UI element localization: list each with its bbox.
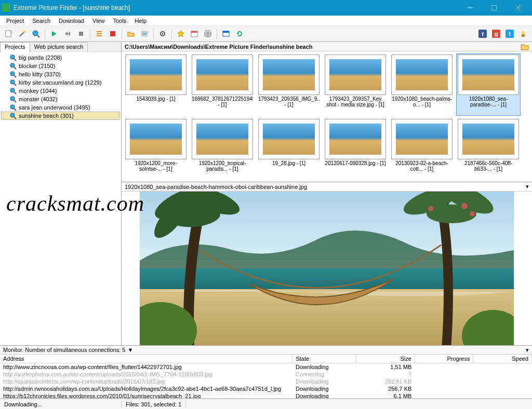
play-icon[interactable] bbox=[48, 28, 60, 40]
google-icon[interactable]: g bbox=[490, 28, 502, 40]
menu-project[interactable]: Project bbox=[2, 17, 28, 25]
svg-rect-19 bbox=[143, 33, 146, 35]
thumbnail[interactable]: 169682_378126712251949... - [1] bbox=[190, 53, 255, 116]
col-speed[interactable]: Speed bbox=[473, 355, 532, 363]
col-progress[interactable]: Progress bbox=[415, 355, 473, 363]
project-item[interactable]: monster (4032) bbox=[1, 95, 120, 103]
preview-pane[interactable] bbox=[122, 192, 532, 345]
download-table[interactable]: Address State Size Progress Speed http:/… bbox=[0, 355, 532, 399]
menu-tools[interactable]: Tools bbox=[109, 17, 131, 25]
thumbnail[interactable]: 19_28.jpg - [1] bbox=[257, 118, 321, 180]
thumbnail[interactable]: 1793423_209356_IMG_9... - [1] bbox=[257, 53, 321, 116]
thumb-frame bbox=[391, 54, 453, 95]
window-title: Extreme Picture Finder - [sunshine beach… bbox=[14, 4, 458, 11]
svg-line-44 bbox=[14, 75, 16, 77]
thumb-image bbox=[130, 124, 182, 155]
stop-icon[interactable] bbox=[75, 28, 87, 40]
thumbnail[interactable]: 1543039.jpg - [1] bbox=[124, 53, 188, 116]
main-area: Projects Web picture search big panda (2… bbox=[0, 42, 532, 345]
rewind-icon[interactable] bbox=[61, 28, 74, 40]
thumb-frame bbox=[458, 119, 519, 159]
dl-state: Downloading bbox=[292, 378, 356, 385]
tab-web-search[interactable]: Web picture search bbox=[30, 42, 88, 52]
dl-progress bbox=[415, 385, 473, 392]
svg-rect-1 bbox=[491, 5, 497, 10]
dl-state: Downloading bbox=[292, 385, 356, 392]
col-size[interactable]: Size bbox=[356, 355, 415, 363]
thumbnail[interactable]: 1920x1200_tropical-paradis... - [1] bbox=[190, 118, 255, 180]
project-tree[interactable]: big panda (2208)blocker (2150)hello kitt… bbox=[0, 52, 121, 345]
svg-line-9 bbox=[37, 35, 39, 37]
dl-speed bbox=[473, 385, 532, 392]
project-item[interactable]: blocker (2150) bbox=[1, 62, 120, 70]
dl-progress bbox=[415, 371, 473, 378]
star-icon[interactable] bbox=[175, 28, 187, 40]
project-item[interactable]: hello kitty (3370) bbox=[1, 70, 120, 78]
separator bbox=[153, 29, 154, 39]
gear-icon[interactable] bbox=[156, 28, 169, 40]
menu-view[interactable]: View bbox=[88, 17, 109, 25]
maximize-button[interactable] bbox=[482, 0, 506, 16]
left-tabs: Projects Web picture search bbox=[0, 42, 121, 52]
twitter-icon[interactable]: t bbox=[503, 28, 516, 40]
menu-search[interactable]: Search bbox=[28, 17, 55, 25]
thumb-image bbox=[263, 59, 315, 90]
magic-wand-icon[interactable] bbox=[16, 28, 29, 40]
thumb-image bbox=[130, 59, 182, 90]
thumb-frame bbox=[458, 54, 519, 95]
thumbnail[interactable]: 1920x1080_sea-paradise-... - [1] bbox=[456, 53, 521, 116]
svg-rect-16 bbox=[97, 35, 102, 36]
menu-help[interactable]: Help bbox=[130, 17, 151, 25]
svg-rect-38 bbox=[522, 34, 525, 37]
dl-speed bbox=[473, 371, 532, 378]
slideshow-icon[interactable] bbox=[138, 28, 151, 40]
project-item[interactable]: kirby site:vacuumland.org (1229) bbox=[1, 78, 120, 87]
close-button[interactable] bbox=[506, 0, 530, 16]
project-item[interactable]: sara jean underwood (3495) bbox=[1, 103, 120, 112]
project-item[interactable]: sunshine beach (301) bbox=[1, 112, 120, 120]
dl-addr: http://sparksarchitects.com/wp-content/u… bbox=[0, 378, 292, 385]
folder-open-icon[interactable] bbox=[125, 28, 137, 40]
preview-name-bar: 1920x1080_sea-paradise-beach-hammock-obo… bbox=[122, 182, 532, 192]
svg-line-42 bbox=[14, 67, 16, 69]
list-icon[interactable] bbox=[93, 28, 105, 40]
project-item[interactable]: big panda (2208) bbox=[1, 53, 120, 62]
thumbnail[interactable]: 1920x1200_more-solntse-... - [1] bbox=[124, 118, 188, 180]
edit-icon[interactable] bbox=[3, 28, 15, 40]
col-state[interactable]: State bbox=[292, 355, 356, 363]
download-row[interactable]: http://surferphotos.com.au/wp-content/up… bbox=[0, 371, 532, 378]
menu-download[interactable]: Download bbox=[55, 17, 88, 25]
minimize-button[interactable] bbox=[458, 0, 482, 16]
thumbnail[interactable]: 1793423_209357_Key shot - media size.jpg… bbox=[323, 53, 388, 116]
col-address[interactable]: Address bbox=[0, 355, 292, 363]
vote-icon[interactable] bbox=[517, 28, 529, 40]
tab-projects[interactable]: Projects bbox=[0, 42, 30, 52]
folder-icon[interactable] bbox=[521, 43, 529, 50]
svg-point-53 bbox=[10, 113, 15, 117]
target-icon[interactable] bbox=[202, 28, 214, 40]
calendar-icon[interactable] bbox=[188, 28, 201, 40]
thumbnail[interactable]: 20120617-090328.jpg - [1] bbox=[323, 118, 388, 180]
chevron-down-icon[interactable]: ▾ bbox=[526, 347, 529, 353]
thumbnail[interactable]: 2187466c-560c-40ff-b633-... - [1] bbox=[456, 118, 521, 180]
download-row[interactable]: http://sparksarchitects.com/wp-content/u… bbox=[0, 378, 532, 385]
search-web-icon[interactable] bbox=[30, 28, 42, 40]
download-row[interactable]: http://www.zincnoosa.com.au/wp-content/f… bbox=[0, 363, 532, 371]
facebook-icon[interactable]: f bbox=[476, 28, 489, 40]
window-icon[interactable] bbox=[220, 28, 232, 40]
download-row[interactable]: http://admin.rwnoosaholidays.com.au/Uplo… bbox=[0, 385, 532, 392]
thumbnail[interactable]: 20130923-02-a-beach-cott... - [1] bbox=[390, 118, 454, 180]
download-row[interactable]: https://b12chronicles.files.wordpress.co… bbox=[0, 392, 532, 399]
chevron-down-icon[interactable]: ▾ bbox=[526, 183, 529, 190]
thumbnail-grid[interactable]: 1543039.jpg - [1]169682_378126712251949.… bbox=[122, 51, 532, 182]
dl-size: 1,51 MB bbox=[356, 363, 415, 371]
folder-path: C:\Users\Максим\Downloads\Extreme Pictur… bbox=[125, 44, 521, 50]
refresh-icon[interactable] bbox=[233, 28, 246, 40]
project-item[interactable]: monkey (1044) bbox=[1, 87, 120, 95]
thumbnail[interactable]: 1920x1080_beach-palms-o... - [1] bbox=[390, 53, 454, 116]
project-label: big panda (2208) bbox=[19, 54, 62, 61]
delete-icon[interactable] bbox=[107, 28, 119, 40]
monitor-dropdown[interactable]: ▼ bbox=[127, 347, 133, 353]
svg-line-48 bbox=[14, 92, 16, 94]
separator bbox=[217, 29, 217, 39]
